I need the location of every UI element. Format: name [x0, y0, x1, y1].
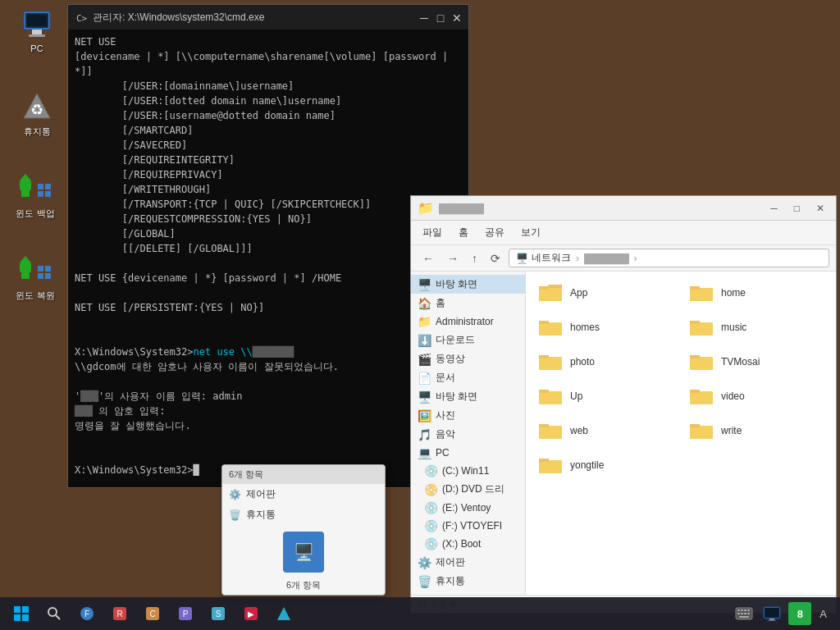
taskbar-monitor-icon[interactable]: [760, 602, 783, 625]
explorer-close-button[interactable]: ✕: [811, 200, 829, 217]
mini-popup-item-cp[interactable]: ⚙️ 제어판: [222, 484, 385, 504]
menu-share[interactable]: 공유: [482, 224, 508, 241]
explorer-maximize-button[interactable]: □: [789, 200, 805, 217]
svg-rect-76: [769, 619, 774, 620]
sidebar-item-controlpanel[interactable]: ⚙️ 제어판: [411, 553, 525, 572]
svg-rect-66: [741, 609, 743, 611]
sidebar-item-docs[interactable]: 📄 문서: [411, 368, 525, 387]
cmd-line: NET USE: [75, 34, 462, 49]
folder-icon-app: [537, 281, 564, 304]
cmd-close-button[interactable]: ✕: [452, 12, 462, 22]
up-button[interactable]: ↑: [467, 249, 482, 267]
svg-rect-41: [690, 426, 713, 439]
svg-rect-27: [539, 322, 562, 336]
menu-file[interactable]: 파일: [419, 224, 445, 241]
taskbar-app7[interactable]: [269, 599, 299, 628]
folder-up[interactable]: Up: [532, 381, 678, 411]
svg-marker-8: [20, 174, 31, 180]
start-button[interactable]: [7, 599, 36, 628]
taskbar-app6[interactable]: ▶: [236, 599, 266, 628]
sidebar-item-recycle[interactable]: 🗑️ 휴지통: [411, 572, 525, 591]
folder-app[interactable]: App: [532, 278, 678, 308]
sidebar-item-xdrive[interactable]: 💿 (X:) Boot: [411, 535, 525, 553]
folder-write[interactable]: write: [683, 416, 829, 445]
folder-icon-video: [688, 385, 714, 408]
taskbar-app2[interactable]: R: [105, 599, 135, 628]
svg-rect-20: [45, 273, 51, 279]
explorer-title: ███████: [439, 203, 484, 213]
sidebar-item-video[interactable]: 🎬 동영상: [411, 349, 525, 368]
folder-web-name: web: [570, 425, 588, 436]
back-button[interactable]: ←: [418, 249, 439, 267]
cmd-line: [75, 374, 462, 389]
sidebar-item-edrive[interactable]: 💿 (E:) Ventoy: [411, 499, 525, 517]
app4-icon: P: [177, 605, 194, 622]
cmd-maximize-button[interactable]: □: [436, 12, 445, 22]
folder-video[interactable]: video: [683, 381, 829, 411]
sidebar-item-home[interactable]: 🏠 홈: [411, 294, 525, 313]
desktop-icon-recycle[interactable]: ♻ 휴지통: [8, 90, 66, 138]
address-bar[interactable]: 🖥️ 네트워크 › ███████ ›: [509, 249, 829, 267]
folder-music-name: music: [721, 322, 746, 333]
cmd-minimize-button[interactable]: ─: [419, 12, 429, 22]
desktop-icon-restore[interactable]: 윈도 복원: [7, 254, 64, 302]
desktop-icon-backup[interactable]: 윈도 백업: [7, 172, 64, 220]
folder-icon-tvmosai: [688, 350, 714, 373]
svg-rect-23: [539, 288, 562, 301]
sidebar-item-download[interactable]: ⬇️ 다운로드: [411, 331, 525, 349]
mini-bottom-count: 6개 항목: [222, 579, 385, 595]
desktop-icon-pc[interactable]: PC: [8, 8, 66, 53]
explorer-minimize-button[interactable]: ─: [765, 200, 783, 217]
num-label: 8: [797, 608, 803, 620]
taskbar-kbd-icon[interactable]: [733, 602, 756, 625]
explorer-main: App home homes: [526, 272, 836, 595]
taskbar-num-icon[interactable]: 8: [788, 602, 811, 625]
refresh-button[interactable]: ⟳: [486, 249, 505, 267]
svg-rect-9: [21, 190, 30, 197]
folder-photo-name: photo: [570, 356, 595, 368]
folder-music[interactable]: music: [683, 313, 829, 342]
cmd-line: [/GLOBAL]: [75, 226, 462, 241]
folder-yongtile[interactable]: yongtile: [532, 450, 678, 480]
forward-button[interactable]: →: [442, 249, 463, 267]
sidebar-item-music[interactable]: 🎵 음악: [411, 425, 525, 444]
sidebar-item-fdrive[interactable]: 💿 (F:) VTOYEFI: [411, 517, 525, 535]
menu-view[interactable]: 보기: [518, 224, 544, 241]
cmd-line: [/TRANSPORT:{TCP | QUIC} [/SKIPCERTCHECK…: [75, 197, 462, 212]
taskbar-app3[interactable]: C: [138, 599, 167, 628]
svg-rect-34: [690, 355, 700, 358]
taskbar-app1[interactable]: F: [72, 599, 102, 628]
folder-home[interactable]: home: [683, 278, 829, 308]
svg-point-49: [48, 608, 57, 616]
cmd-line: ███ 의 암호 입력:: [75, 404, 462, 418]
mini-popup-thumbnail[interactable]: 🖥️: [283, 532, 324, 573]
address-icon: 🖥️: [516, 253, 528, 264]
taskbar-app4[interactable]: P: [171, 599, 200, 628]
taskbar-app5[interactable]: S: [203, 599, 233, 628]
search-button[interactable]: [39, 599, 69, 628]
svg-rect-39: [539, 426, 562, 439]
folder-homes[interactable]: homes: [532, 313, 678, 342]
desktop-icon1: 🖥️: [418, 278, 431, 291]
address-sep2: ›: [634, 253, 637, 264]
svg-text:C: C: [149, 609, 155, 619]
cmd-line: [75, 448, 462, 463]
folder-tvmosai[interactable]: TVMosai: [683, 347, 829, 377]
sidebar-item-ddrive[interactable]: 📀 (D:) DVD 드리: [411, 480, 525, 499]
cmd-body[interactable]: NET USE [devicename | *] [\\computername…: [68, 30, 468, 487]
svg-rect-24: [539, 286, 549, 290]
folder-photo[interactable]: photo: [532, 347, 678, 377]
svg-rect-19: [38, 273, 43, 279]
cmd-line: NET USE {devicename | *} [password | *] …: [75, 271, 462, 285]
sidebar-item-pc[interactable]: 💻 PC: [411, 444, 525, 462]
sidebar-item-photos[interactable]: 🖼️ 사진: [411, 406, 525, 425]
sidebar-item-admin[interactable]: 📁 Administrator: [411, 313, 525, 331]
sidebar-item-cdrive[interactable]: 💿 (C:) Win11: [411, 462, 525, 480]
mini-popup-item-recycle[interactable]: 🗑️ 휴지통: [222, 504, 385, 525]
folder-icon-write: [688, 419, 714, 442]
sidebar-item-desktop2[interactable]: 🖥️ 바탕 화면: [411, 387, 525, 406]
cmd-line: [devicename | *] [\\computername\sharena…: [75, 49, 462, 79]
sidebar-item-desktop1[interactable]: 🖥️ 바탕 화면: [411, 275, 525, 294]
folder-web[interactable]: web: [532, 416, 678, 445]
menu-home[interactable]: 홈: [455, 224, 472, 241]
